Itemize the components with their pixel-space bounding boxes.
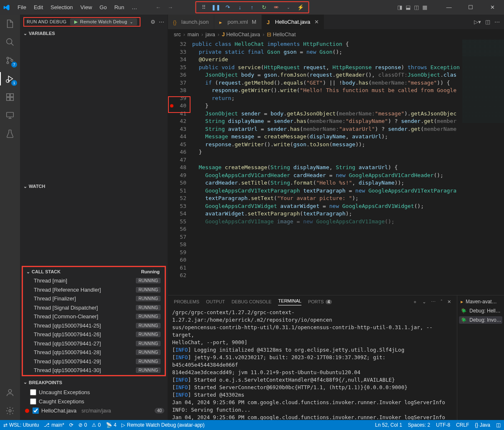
disconnect-icon[interactable]: ⚮ <box>273 4 280 11</box>
callstack-thread[interactable]: Thread [Finalizer]RUNNING <box>23 294 165 303</box>
tab-launch.json[interactable]: {}launch.json <box>168 15 214 29</box>
layout-icon[interactable]: ◨ <box>397 4 402 10</box>
status-sync[interactable]: ⟳ <box>69 422 73 428</box>
tab-HelloChat.java[interactable]: JHelloChat.java✕ <box>262 15 325 29</box>
account-icon[interactable] <box>4 387 16 398</box>
status-item[interactable]: Spaces: 2 <box>408 422 430 428</box>
menu-selection[interactable]: Selection <box>47 2 76 12</box>
close-icon[interactable]: ✕ <box>314 19 319 25</box>
minimize-icon[interactable]: ― <box>441 4 457 10</box>
status-branch[interactable]: ⎇main* <box>44 422 64 428</box>
breakpoint-file[interactable]: HelloChat.javasrc/main/java40 <box>20 406 168 415</box>
scm-icon[interactable]: 7 <box>4 55 16 66</box>
status-item[interactable]: ◫ <box>496 422 501 428</box>
step-into-icon[interactable]: ↓ <box>236 4 243 11</box>
checkbox[interactable] <box>30 398 36 405</box>
step-out-icon[interactable]: ↑ <box>248 4 256 11</box>
breadcrumb-item[interactable]: java <box>206 32 215 38</box>
watch-section-header[interactable]: ⌄WATCH <box>20 182 168 191</box>
breadcrumb-item[interactable]: J HelloChat.java <box>222 32 260 38</box>
remote-icon[interactable] <box>4 110 16 121</box>
debug-config-dropdown[interactable]: ▶ Remote Watch Debug ⌄ <box>70 18 138 25</box>
close-icon[interactable]: ✕ <box>484 4 501 10</box>
breakpoint-uncaught[interactable]: Uncaught Exceptions <box>20 388 168 397</box>
status-remote[interactable]: ⇄WSL: Ubuntu <box>3 422 39 428</box>
terminal-list-item[interactable]: ▸Maven-avat… <box>459 298 502 305</box>
search-icon[interactable] <box>4 36 16 48</box>
extensions-icon[interactable] <box>4 91 16 103</box>
restart-icon[interactable]: ↻ <box>261 4 268 11</box>
callstack-thread[interactable]: Thread [qtp1500079441-26]RUNNING <box>23 330 165 339</box>
terminal-list-item[interactable]: 🪲Debug: Invo… <box>459 316 502 324</box>
code[interactable]: public class HelloChat implements HttpFu… <box>192 40 504 295</box>
variables-section-header[interactable]: ⌄VARIABLES <box>20 29 168 38</box>
gear-icon[interactable] <box>4 405 16 417</box>
layout-icon[interactable]: ⬓ <box>406 4 411 10</box>
panel-tab-debug-console[interactable]: DEBUG CONSOLE <box>231 299 271 304</box>
step-over-icon[interactable]: ↷ <box>224 4 231 11</box>
minimap[interactable] <box>462 40 504 295</box>
split-icon[interactable]: ◫ <box>485 19 490 25</box>
callstack-section-header[interactable]: ⌄CALL STACKRunning <box>23 267 165 276</box>
layout-icon[interactable]: ▦ <box>422 4 427 10</box>
callstack-thread[interactable]: Thread [qtp1500079441-27]RUNNING <box>23 339 165 348</box>
callstack-thread[interactable]: Thread [qtp1500079441-29]RUNNING <box>23 357 165 366</box>
close-panel-icon[interactable]: ✕ <box>447 299 451 305</box>
gutter[interactable]: 3233343536373839404142434445464748495051… <box>168 40 192 295</box>
menu-run[interactable]: Run <box>111 2 128 12</box>
callstack-thread[interactable]: Thread [Common-Cleaner]RUNNING <box>23 312 165 321</box>
more-icon[interactable]: ⋯ <box>431 299 436 305</box>
breadcrumb-item[interactable]: ⊟ HelloChat <box>267 31 296 38</box>
terminal-list-item[interactable]: 🪲Debug: Hell… <box>459 307 502 315</box>
nav-forward-icon[interactable]: → <box>168 4 173 10</box>
more-icon[interactable]: ⋯ <box>494 19 500 25</box>
menu-…[interactable]: … <box>128 2 140 12</box>
menu-view[interactable]: View <box>77 2 95 12</box>
menu-go[interactable]: Go <box>96 2 110 12</box>
checkbox[interactable] <box>30 389 36 395</box>
status-problems[interactable]: ⊘0 ⚠0 <box>78 422 101 428</box>
pause-icon[interactable]: ❚❚ <box>212 4 219 11</box>
status-item[interactable]: CRLF <box>456 422 469 428</box>
new-terminal-icon[interactable]: ＋ <box>413 299 417 305</box>
explorer-icon[interactable] <box>4 18 16 30</box>
callstack-thread[interactable]: Thread [qtp1500079441-25]RUNNING <box>23 321 165 330</box>
callstack-thread[interactable]: Thread [Signal Dispatcher]RUNNING <box>23 303 165 312</box>
nav-back-icon[interactable]: ← <box>155 4 161 10</box>
status-item[interactable]: UTF-8 <box>436 422 450 428</box>
gear-icon[interactable]: ⚙ <box>150 19 155 25</box>
hot-reload-icon[interactable]: ⚡ <box>297 4 304 11</box>
breakpoint-caught[interactable]: Caught Exceptions <box>20 397 168 406</box>
layout-icon[interactable]: ◫ <box>414 4 419 10</box>
tab-pom.xml[interactable]: ▸pom.xmlM <box>214 15 262 29</box>
debug-icon[interactable]: 1 <box>4 73 16 85</box>
panel-tab-ports[interactable]: PORTS4 <box>308 299 332 304</box>
breakpoints-section-header[interactable]: ⌄BREAKPOINTS <box>20 378 168 387</box>
status-debug[interactable]: ▷Remote Watch Debug (avatar-app) <box>121 422 204 428</box>
more-icon[interactable]: ⌄ <box>285 4 292 11</box>
callstack-thread[interactable]: Thread [Reference Handler]RUNNING <box>23 285 165 295</box>
panel-tab-terminal[interactable]: TERMINAL <box>278 298 301 305</box>
panel-tab-output[interactable]: OUTPUT <box>206 299 225 304</box>
breadcrumb-item[interactable]: main <box>188 32 199 38</box>
chevron-down-icon[interactable]: ⌄ <box>422 299 426 305</box>
more-icon[interactable]: ⋯ <box>159 19 164 25</box>
breadcrumb-item[interactable]: src <box>174 32 181 38</box>
callstack-thread[interactable]: Thread [main]RUNNING <box>23 276 165 285</box>
status-item[interactable]: Ln 52, Col 1 <box>375 422 402 428</box>
checkbox[interactable] <box>33 408 39 414</box>
maximize-panel-icon[interactable]: ˆ <box>441 299 442 304</box>
panel-tab-problems[interactable]: PROBLEMS <box>174 299 199 304</box>
callstack-thread[interactable]: Thread [qtp1500079441-30]RUNNING <box>23 366 165 375</box>
menu-edit[interactable]: Edit <box>30 2 46 12</box>
status-ports[interactable]: 📡4 <box>106 422 117 428</box>
run-icon[interactable]: ▷▾ <box>474 19 481 25</box>
terminal-output[interactable]: /grpc/grpc-context/1.27.2/grpc-context-1… <box>168 308 457 420</box>
breadcrumb[interactable]: src›main›java›J HelloChat.java›⊟ HelloCh… <box>168 29 504 40</box>
status-item[interactable]: {} Java <box>475 422 490 428</box>
editor-body[interactable]: 3233343536373839404142434445464748495051… <box>168 40 504 295</box>
breakpoint-dot-icon[interactable] <box>170 104 173 108</box>
drag-handle-icon[interactable]: ⠿ <box>200 4 207 11</box>
callstack-thread[interactable]: Thread [qtp1500079441-28]RUNNING <box>23 348 165 357</box>
test-icon[interactable] <box>4 128 16 140</box>
